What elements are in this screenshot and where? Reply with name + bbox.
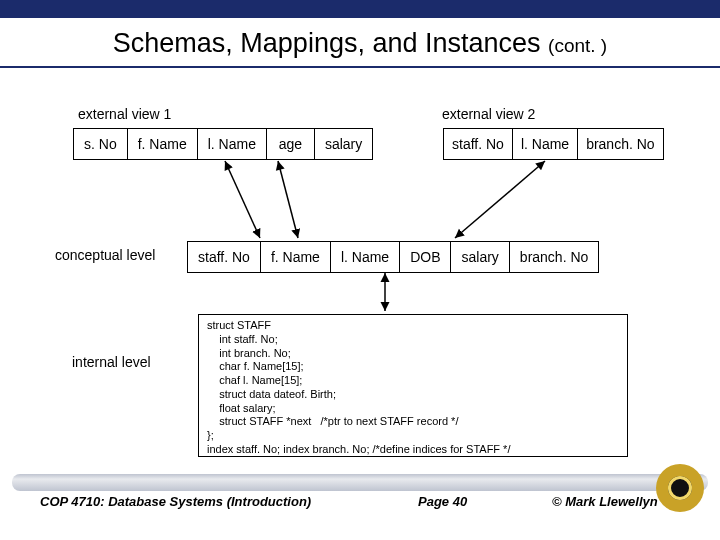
svg-line-1 — [278, 161, 298, 238]
code-l0: struct STAFF — [207, 319, 271, 331]
conc-col-salary: salary — [451, 242, 509, 272]
footer-left: COP 4710: Database Systems (Introduction… — [40, 494, 311, 509]
ext2-col-branchno: branch. No — [578, 129, 662, 159]
code-l4: chaf l. Name[15]; — [207, 374, 302, 386]
label-conceptual-level: conceptual level — [55, 247, 155, 263]
title-bar-bottom — [0, 66, 720, 68]
label-external-view-1: external view 1 — [78, 106, 171, 122]
footer-right: © Mark Llewellyn — [552, 494, 658, 509]
ucf-logo-icon — [656, 464, 704, 512]
ext1-col-salary: salary — [315, 129, 372, 159]
svg-line-0 — [225, 161, 260, 238]
label-external-view-2: external view 2 — [442, 106, 535, 122]
footer: COP 4710: Database Systems (Introduction… — [0, 494, 720, 516]
footer-page: Page 40 — [418, 494, 467, 509]
conc-col-lname: l. Name — [331, 242, 400, 272]
conceptual-table: staff. No f. Name l. Name DOB salary bra… — [187, 241, 599, 273]
internal-struct-box: struct STAFF int staff. No; int branch. … — [198, 314, 628, 457]
ext1-col-age: age — [267, 129, 315, 159]
conc-col-dob: DOB — [400, 242, 451, 272]
slide: Schemas, Mappings, and Instances (cont. … — [0, 0, 720, 540]
svg-line-2 — [455, 161, 545, 238]
ext1-col-sno: s. No — [74, 129, 128, 159]
code-l9: index staff. No; index branch. No; /*def… — [207, 443, 510, 455]
code-l1: int staff. No; — [207, 333, 278, 345]
slide-title: Schemas, Mappings, and Instances (cont. … — [0, 28, 720, 59]
ext2-col-lname: l. Name — [513, 129, 578, 159]
conc-col-fname: f. Name — [261, 242, 331, 272]
title-text: Schemas, Mappings, and Instances — [113, 28, 541, 58]
label-internal-level: internal level — [72, 354, 151, 370]
code-l6: float salary; — [207, 402, 275, 414]
ext2-col-staffno: staff. No — [444, 129, 513, 159]
conc-col-branchno: branch. No — [510, 242, 598, 272]
footer-bar — [12, 474, 708, 491]
conc-col-staffno: staff. No — [188, 242, 261, 272]
external-view-2-table: staff. No l. Name branch. No — [443, 128, 664, 160]
code-l3: char f. Name[15]; — [207, 360, 304, 372]
code-l2: int branch. No; — [207, 347, 291, 359]
code-l8: }; — [207, 429, 214, 441]
code-l5: struct data dateof. Birth; — [207, 388, 336, 400]
ext1-col-lname: l. Name — [198, 129, 267, 159]
code-l7: struct STAFF *next /*ptr to next STAFF r… — [207, 415, 458, 427]
title-cont: (cont. ) — [548, 35, 607, 56]
title-bar-top — [0, 0, 720, 18]
ext1-col-fname: f. Name — [128, 129, 198, 159]
external-view-1-table: s. No f. Name l. Name age salary — [73, 128, 373, 160]
